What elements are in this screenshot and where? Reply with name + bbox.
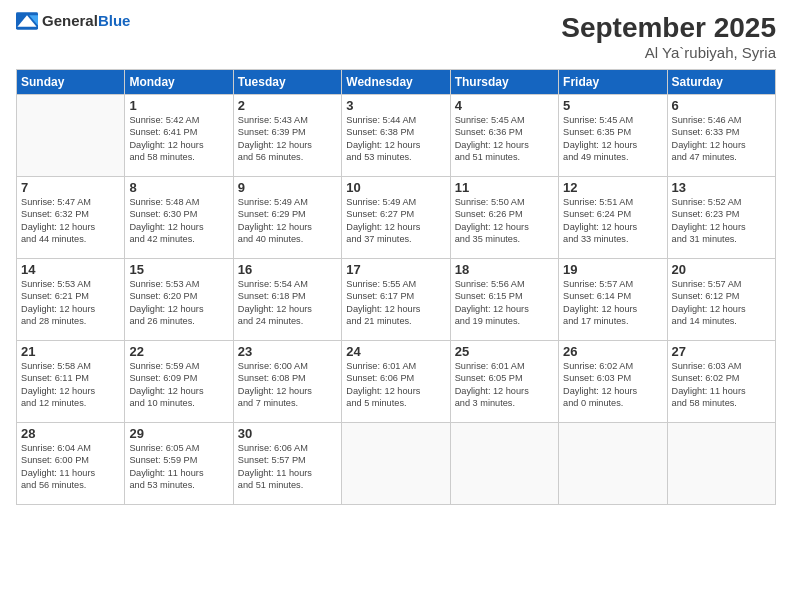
calendar-week-row: 28Sunrise: 6:04 AM Sunset: 6:00 PM Dayli… bbox=[17, 423, 776, 505]
day-detail: Sunrise: 5:45 AM Sunset: 6:35 PM Dayligh… bbox=[563, 114, 662, 164]
day-number: 7 bbox=[21, 180, 120, 195]
calendar-cell: 1Sunrise: 5:42 AM Sunset: 6:41 PM Daylig… bbox=[125, 95, 233, 177]
day-number: 9 bbox=[238, 180, 337, 195]
calendar-week-row: 14Sunrise: 5:53 AM Sunset: 6:21 PM Dayli… bbox=[17, 259, 776, 341]
calendar-cell: 9Sunrise: 5:49 AM Sunset: 6:29 PM Daylig… bbox=[233, 177, 341, 259]
calendar-table: Sunday Monday Tuesday Wednesday Thursday… bbox=[16, 69, 776, 505]
day-detail: Sunrise: 5:42 AM Sunset: 6:41 PM Dayligh… bbox=[129, 114, 228, 164]
day-number: 1 bbox=[129, 98, 228, 113]
day-number: 19 bbox=[563, 262, 662, 277]
location-title: Al Ya`rubiyah, Syria bbox=[561, 44, 776, 61]
calendar-cell: 22Sunrise: 5:59 AM Sunset: 6:09 PM Dayli… bbox=[125, 341, 233, 423]
day-detail: Sunrise: 6:06 AM Sunset: 5:57 PM Dayligh… bbox=[238, 442, 337, 492]
calendar-cell: 17Sunrise: 5:55 AM Sunset: 6:17 PM Dayli… bbox=[342, 259, 450, 341]
day-number: 26 bbox=[563, 344, 662, 359]
day-detail: Sunrise: 5:53 AM Sunset: 6:21 PM Dayligh… bbox=[21, 278, 120, 328]
day-number: 18 bbox=[455, 262, 554, 277]
calendar-cell: 19Sunrise: 5:57 AM Sunset: 6:14 PM Dayli… bbox=[559, 259, 667, 341]
day-detail: Sunrise: 5:57 AM Sunset: 6:12 PM Dayligh… bbox=[672, 278, 771, 328]
calendar-week-row: 1Sunrise: 5:42 AM Sunset: 6:41 PM Daylig… bbox=[17, 95, 776, 177]
day-detail: Sunrise: 6:01 AM Sunset: 6:05 PM Dayligh… bbox=[455, 360, 554, 410]
day-detail: Sunrise: 5:48 AM Sunset: 6:30 PM Dayligh… bbox=[129, 196, 228, 246]
day-number: 30 bbox=[238, 426, 337, 441]
day-number: 13 bbox=[672, 180, 771, 195]
calendar-cell: 12Sunrise: 5:51 AM Sunset: 6:24 PM Dayli… bbox=[559, 177, 667, 259]
day-number: 2 bbox=[238, 98, 337, 113]
day-number: 8 bbox=[129, 180, 228, 195]
calendar-cell: 18Sunrise: 5:56 AM Sunset: 6:15 PM Dayli… bbox=[450, 259, 558, 341]
calendar-cell: 14Sunrise: 5:53 AM Sunset: 6:21 PM Dayli… bbox=[17, 259, 125, 341]
header-tuesday: Tuesday bbox=[233, 70, 341, 95]
day-number: 5 bbox=[563, 98, 662, 113]
day-number: 25 bbox=[455, 344, 554, 359]
month-title: September 2025 bbox=[561, 12, 776, 44]
day-detail: Sunrise: 5:46 AM Sunset: 6:33 PM Dayligh… bbox=[672, 114, 771, 164]
day-number: 4 bbox=[455, 98, 554, 113]
calendar-cell: 5Sunrise: 5:45 AM Sunset: 6:35 PM Daylig… bbox=[559, 95, 667, 177]
logo: GeneralBlue bbox=[16, 12, 130, 30]
day-number: 28 bbox=[21, 426, 120, 441]
day-detail: Sunrise: 6:05 AM Sunset: 5:59 PM Dayligh… bbox=[129, 442, 228, 492]
header-sunday: Sunday bbox=[17, 70, 125, 95]
day-number: 17 bbox=[346, 262, 445, 277]
day-detail: Sunrise: 5:52 AM Sunset: 6:23 PM Dayligh… bbox=[672, 196, 771, 246]
day-number: 23 bbox=[238, 344, 337, 359]
day-detail: Sunrise: 5:49 AM Sunset: 6:29 PM Dayligh… bbox=[238, 196, 337, 246]
calendar-cell: 11Sunrise: 5:50 AM Sunset: 6:26 PM Dayli… bbox=[450, 177, 558, 259]
day-number: 16 bbox=[238, 262, 337, 277]
calendar-cell: 27Sunrise: 6:03 AM Sunset: 6:02 PM Dayli… bbox=[667, 341, 775, 423]
calendar-cell: 20Sunrise: 5:57 AM Sunset: 6:12 PM Dayli… bbox=[667, 259, 775, 341]
day-detail: Sunrise: 5:51 AM Sunset: 6:24 PM Dayligh… bbox=[563, 196, 662, 246]
calendar-cell: 26Sunrise: 6:02 AM Sunset: 6:03 PM Dayli… bbox=[559, 341, 667, 423]
day-number: 14 bbox=[21, 262, 120, 277]
header-friday: Friday bbox=[559, 70, 667, 95]
title-area: September 2025 Al Ya`rubiyah, Syria bbox=[561, 12, 776, 61]
day-number: 6 bbox=[672, 98, 771, 113]
calendar-week-row: 21Sunrise: 5:58 AM Sunset: 6:11 PM Dayli… bbox=[17, 341, 776, 423]
day-detail: Sunrise: 5:50 AM Sunset: 6:26 PM Dayligh… bbox=[455, 196, 554, 246]
logo-general: General bbox=[42, 12, 98, 29]
day-number: 24 bbox=[346, 344, 445, 359]
calendar-cell: 3Sunrise: 5:44 AM Sunset: 6:38 PM Daylig… bbox=[342, 95, 450, 177]
calendar-cell bbox=[17, 95, 125, 177]
calendar-cell: 6Sunrise: 5:46 AM Sunset: 6:33 PM Daylig… bbox=[667, 95, 775, 177]
day-number: 15 bbox=[129, 262, 228, 277]
day-detail: Sunrise: 5:57 AM Sunset: 6:14 PM Dayligh… bbox=[563, 278, 662, 328]
day-detail: Sunrise: 5:58 AM Sunset: 6:11 PM Dayligh… bbox=[21, 360, 120, 410]
calendar-cell: 25Sunrise: 6:01 AM Sunset: 6:05 PM Dayli… bbox=[450, 341, 558, 423]
day-detail: Sunrise: 5:45 AM Sunset: 6:36 PM Dayligh… bbox=[455, 114, 554, 164]
calendar-cell bbox=[450, 423, 558, 505]
calendar-cell: 30Sunrise: 6:06 AM Sunset: 5:57 PM Dayli… bbox=[233, 423, 341, 505]
day-detail: Sunrise: 5:59 AM Sunset: 6:09 PM Dayligh… bbox=[129, 360, 228, 410]
day-number: 12 bbox=[563, 180, 662, 195]
header-wednesday: Wednesday bbox=[342, 70, 450, 95]
day-number: 29 bbox=[129, 426, 228, 441]
day-detail: Sunrise: 6:03 AM Sunset: 6:02 PM Dayligh… bbox=[672, 360, 771, 410]
day-detail: Sunrise: 6:01 AM Sunset: 6:06 PM Dayligh… bbox=[346, 360, 445, 410]
calendar-cell: 24Sunrise: 6:01 AM Sunset: 6:06 PM Dayli… bbox=[342, 341, 450, 423]
calendar-cell: 21Sunrise: 5:58 AM Sunset: 6:11 PM Dayli… bbox=[17, 341, 125, 423]
calendar-cell: 13Sunrise: 5:52 AM Sunset: 6:23 PM Dayli… bbox=[667, 177, 775, 259]
day-detail: Sunrise: 5:55 AM Sunset: 6:17 PM Dayligh… bbox=[346, 278, 445, 328]
logo-icon bbox=[16, 12, 38, 30]
day-detail: Sunrise: 6:02 AM Sunset: 6:03 PM Dayligh… bbox=[563, 360, 662, 410]
day-number: 20 bbox=[672, 262, 771, 277]
logo-blue: Blue bbox=[98, 12, 131, 29]
calendar-cell: 29Sunrise: 6:05 AM Sunset: 5:59 PM Dayli… bbox=[125, 423, 233, 505]
header-saturday: Saturday bbox=[667, 70, 775, 95]
calendar-cell: 2Sunrise: 5:43 AM Sunset: 6:39 PM Daylig… bbox=[233, 95, 341, 177]
header-area: GeneralBlue September 2025 Al Ya`rubiyah… bbox=[16, 12, 776, 61]
day-number: 22 bbox=[129, 344, 228, 359]
weekday-header-row: Sunday Monday Tuesday Wednesday Thursday… bbox=[17, 70, 776, 95]
header-thursday: Thursday bbox=[450, 70, 558, 95]
day-number: 3 bbox=[346, 98, 445, 113]
calendar-cell: 16Sunrise: 5:54 AM Sunset: 6:18 PM Dayli… bbox=[233, 259, 341, 341]
day-detail: Sunrise: 5:44 AM Sunset: 6:38 PM Dayligh… bbox=[346, 114, 445, 164]
day-detail: Sunrise: 5:53 AM Sunset: 6:20 PM Dayligh… bbox=[129, 278, 228, 328]
calendar-cell: 4Sunrise: 5:45 AM Sunset: 6:36 PM Daylig… bbox=[450, 95, 558, 177]
header-monday: Monday bbox=[125, 70, 233, 95]
day-number: 21 bbox=[21, 344, 120, 359]
calendar-cell bbox=[342, 423, 450, 505]
day-number: 27 bbox=[672, 344, 771, 359]
calendar-cell bbox=[559, 423, 667, 505]
